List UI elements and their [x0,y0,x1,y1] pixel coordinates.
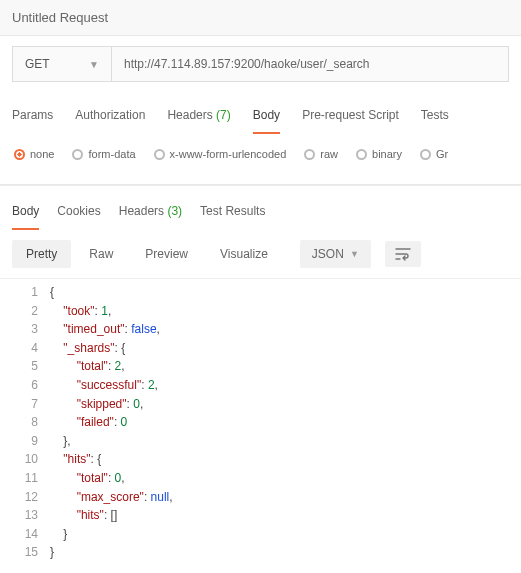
resp-tab-test-results[interactable]: Test Results [200,204,265,230]
section-divider [0,184,521,186]
request-bar: GET ▼ [0,36,521,94]
chevron-down-icon: ▼ [350,249,359,259]
view-visualize-button[interactable]: Visualize [206,240,282,268]
request-title: Untitled Request [0,0,521,36]
radio-form-data[interactable]: form-data [72,148,135,160]
chevron-down-icon: ▼ [89,59,99,70]
http-method-value: GET [25,57,50,71]
resp-tab-headers-count: (3) [167,204,182,218]
tab-tests[interactable]: Tests [421,108,449,134]
radio-icon [14,149,25,160]
radio-icon [356,149,367,160]
radio-icon [304,149,315,160]
response-view-bar: Pretty Raw Preview Visualize JSON ▼ [0,230,521,279]
body-type-radios: none form-data x-www-form-urlencoded raw… [0,134,521,178]
radio-icon [154,149,165,160]
request-url-input[interactable] [112,46,509,82]
response-body-code[interactable]: 123456789101112131415 { "took": 1, "time… [0,279,521,562]
tab-params[interactable]: Params [12,108,53,134]
resp-tab-cookies[interactable]: Cookies [57,204,100,230]
view-pretty-button[interactable]: Pretty [12,240,71,268]
tab-headers[interactable]: Headers (7) [167,108,230,134]
view-preview-button[interactable]: Preview [131,240,202,268]
http-method-select[interactable]: GET ▼ [12,46,112,82]
resp-tab-headers-label: Headers [119,204,164,218]
radio-raw[interactable]: raw [304,148,338,160]
request-tabs: Params Authorization Headers (7) Body Pr… [0,94,521,134]
radio-icon [72,149,83,160]
tab-body[interactable]: Body [253,108,280,134]
radio-none[interactable]: none [14,148,54,160]
resp-tab-body[interactable]: Body [12,204,39,230]
tab-prerequest[interactable]: Pre-request Script [302,108,399,134]
resp-tab-headers[interactable]: Headers (3) [119,204,182,230]
tab-authorization[interactable]: Authorization [75,108,145,134]
format-select[interactable]: JSON ▼ [300,240,371,268]
view-raw-button[interactable]: Raw [75,240,127,268]
response-tabs: Body Cookies Headers (3) Test Results [0,204,521,230]
radio-binary[interactable]: binary [356,148,402,160]
radio-x-www-form-urlencoded[interactable]: x-www-form-urlencoded [154,148,287,160]
tab-headers-label: Headers [167,108,212,122]
radio-graphql[interactable]: Gr [420,148,448,160]
code-lines: { "took": 1, "timed_out": false, "_shard… [50,283,521,562]
line-gutter: 123456789101112131415 [0,283,50,562]
format-value: JSON [312,247,344,261]
wrap-lines-button[interactable] [385,241,421,267]
radio-icon [420,149,431,160]
tab-headers-count: (7) [216,108,231,122]
wrap-icon [395,247,411,261]
